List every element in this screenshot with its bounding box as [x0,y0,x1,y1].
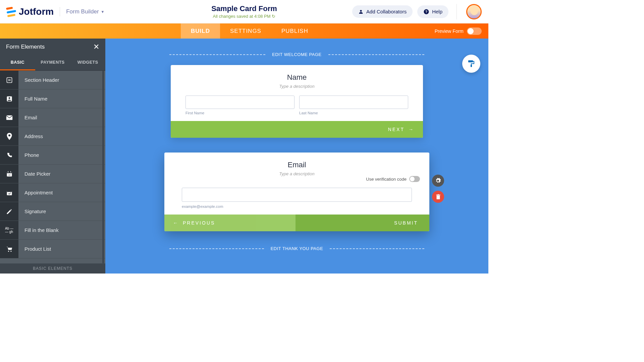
form-builder-dropdown[interactable]: Form Builder ▼ [66,8,104,15]
first-name-label: First Name [185,111,294,115]
element-product-list[interactable]: Product List [0,240,105,258]
signature-icon [0,202,18,221]
user-icon [358,9,364,14]
phone-icon [0,146,18,164]
trash-icon [436,194,441,200]
svg-rect-18 [468,60,473,62]
last-name-label: Last Name [299,111,408,115]
edit-welcome-page[interactable]: EDIT WELCOME PAGE [169,52,424,57]
help-button[interactable]: ? Help [417,5,448,18]
svg-point-6 [8,97,10,99]
card-settings-button[interactable] [432,175,444,187]
svg-rect-15 [7,191,12,192]
avatar[interactable] [466,4,482,19]
email-input[interactable] [182,188,412,202]
add-collaborators-button[interactable]: Add Collaborators [352,5,413,18]
element-phone[interactable]: Phone [0,146,105,165]
save-status: All changes saved at 4:08 PM ↻ [211,14,277,19]
elements-list: HSection Header Full Name Email Address … [0,71,105,263]
tab-settings[interactable]: SETTINGS [220,23,271,39]
card-title[interactable]: Name [185,73,408,82]
edit-thankyou-page[interactable]: EDIT THANK YOU PAGE [169,246,424,251]
close-icon[interactable]: ✕ [93,43,99,51]
arrow-left-icon: ← [173,220,179,226]
location-icon [0,127,18,145]
sidebar: Form Elements ✕ BASIC PAYMENTS WIDGETS H… [0,39,105,274]
canvas: EDIT WELCOME PAGE Name Type a descriptio… [105,39,488,274]
cart-icon [0,240,18,258]
element-section-header[interactable]: HSection Header [0,71,105,89]
mode-tabs-bar: BUILD SETTINGS PUBLISH Preview Form [0,23,488,39]
divider [457,4,457,19]
svg-point-17 [10,250,11,251]
top-bar: Jotform Form Builder ▼ Sample Card Form … [0,0,488,23]
svg-rect-19 [471,65,472,67]
refresh-icon: ↻ [272,14,275,19]
appointment-icon [0,183,18,202]
gear-icon [435,178,441,184]
logo-icon [6,6,17,17]
svg-rect-12 [10,171,11,172]
svg-point-0 [360,10,362,11]
svg-rect-11 [8,171,8,172]
arrow-right-icon: → [409,127,414,132]
svg-rect-10 [7,172,12,173]
sidebar-tab-payments[interactable]: PAYMENTS [35,55,70,70]
help-icon: ? [423,9,429,15]
card-description[interactable]: Type a description [179,171,415,176]
tab-build[interactable]: BUILD [181,23,220,39]
svg-point-8 [8,134,10,136]
email-icon [0,108,18,127]
form-title-block: Sample Card Form All changes saved at 4:… [211,4,277,19]
element-full-name[interactable]: Full Name [0,89,105,108]
calendar-icon: 10 [0,165,18,183]
preview-label: Preview Form [435,28,464,34]
element-email[interactable]: Email [0,108,105,127]
sidebar-title: Form Elements [6,44,45,50]
svg-text:?: ? [425,9,427,13]
logo-text: Jotform [19,6,54,17]
header-icon: H [0,71,18,89]
sidebar-footer: BASIC ELEMENTS [0,263,105,274]
form-title[interactable]: Sample Card Form [211,4,277,13]
chevron-down-icon: ▼ [101,10,105,14]
previous-button[interactable]: ← PREVIOUS [164,215,296,231]
element-signature[interactable]: Signature [0,202,105,221]
card-name[interactable]: Name Type a description First Name Last … [171,65,423,138]
element-appointment[interactable]: Appointment [0,183,105,202]
element-date-picker[interactable]: 10Date Picker [0,165,105,183]
element-address[interactable]: Address [0,127,105,146]
paint-roller-button[interactable] [462,55,480,73]
svg-text:H: H [8,78,10,82]
verify-toggle[interactable] [409,176,420,182]
first-name-input[interactable] [185,96,294,109]
logo[interactable]: Jotform [7,6,54,17]
svg-rect-20 [436,195,440,199]
submit-button[interactable]: SUBMIT [296,215,429,231]
sidebar-tab-basic[interactable]: BASIC [0,55,35,70]
card-delete-button[interactable] [432,191,444,203]
card-description[interactable]: Type a description [185,84,408,89]
divider [60,7,60,16]
sidebar-tab-widgets[interactable]: WIDGETS [70,55,105,70]
fill-blank-icon: Ab —— gh [0,221,18,239]
email-placeholder: example@example.com [182,204,412,208]
verify-label: Use verification code [366,177,407,182]
preview-toggle[interactable] [467,27,482,35]
card-title[interactable]: Email [179,161,415,169]
svg-point-16 [8,250,9,251]
element-fill-blank[interactable]: Ab —— ghFill in the Blank [0,221,105,240]
svg-rect-22 [437,194,439,195]
svg-text:10: 10 [8,174,10,176]
tab-publish[interactable]: PUBLISH [271,23,318,39]
card-email[interactable]: Email Type a description Use verificatio… [164,153,429,231]
person-icon [0,89,18,108]
last-name-input[interactable] [299,96,408,109]
next-button[interactable]: NEXT → [171,121,423,138]
